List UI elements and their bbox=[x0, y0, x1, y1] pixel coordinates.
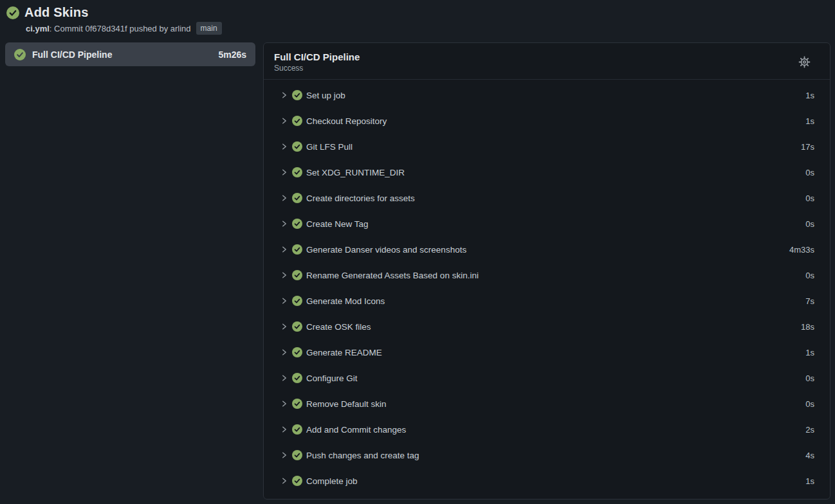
step-name: Configure Git bbox=[306, 374, 358, 383]
step-duration: 0s bbox=[805, 168, 814, 177]
step-name: Create New Tag bbox=[306, 219, 369, 229]
commit-label: : Commit bbox=[50, 24, 86, 33]
step-row[interactable]: Generate README 1s bbox=[264, 339, 830, 365]
chevron-right-icon[interactable] bbox=[279, 90, 289, 100]
step-success-icon bbox=[292, 296, 302, 306]
job-name: Full CI/CD Pipeline bbox=[32, 50, 112, 60]
step-duration: 4m33s bbox=[789, 245, 814, 255]
step-row[interactable]: Create directories for assets 0s bbox=[264, 185, 830, 211]
step-success-icon bbox=[292, 476, 302, 486]
step-row[interactable]: Remove Default skin 0s bbox=[264, 391, 830, 417]
settings-gear-icon[interactable] bbox=[798, 55, 811, 68]
step-duration: 7s bbox=[805, 296, 814, 306]
step-name: Create directories for assets bbox=[306, 194, 415, 203]
chevron-right-icon[interactable] bbox=[279, 399, 289, 409]
step-row[interactable]: Create New Tag 0s bbox=[264, 211, 830, 237]
step-name: Checkout Repository bbox=[306, 116, 387, 126]
step-row[interactable]: Generate Mod Icons 7s bbox=[264, 288, 830, 314]
page-title: Add Skins bbox=[24, 5, 89, 20]
pushed-by: pushed by arlind bbox=[127, 24, 191, 33]
step-name: Complete job bbox=[306, 476, 358, 486]
step-duration: 17s bbox=[801, 142, 814, 152]
step-success-icon bbox=[292, 244, 302, 255]
step-name: Rename Generated Assets Based on skin.in… bbox=[306, 271, 479, 280]
sidebar-job-item[interactable]: Full CI/CD Pipeline 5m26s bbox=[5, 42, 255, 66]
step-success-icon bbox=[292, 450, 302, 460]
job-success-icon bbox=[14, 49, 26, 60]
chevron-right-icon[interactable] bbox=[279, 373, 289, 383]
run-status-check-icon bbox=[6, 6, 19, 19]
step-row[interactable]: Set XDG_RUNTIME_DIR 0s bbox=[264, 159, 830, 185]
step-duration: 18s bbox=[801, 322, 814, 332]
job-title: Full CI/CD Pipeline bbox=[274, 51, 360, 62]
step-success-icon bbox=[292, 116, 302, 126]
job-sidebar: Full CI/CD Pipeline 5m26s bbox=[5, 42, 255, 66]
step-row[interactable]: Add and Commit changes 2s bbox=[264, 417, 830, 442]
step-duration: 0s bbox=[805, 399, 814, 409]
step-name: Remove Default skin bbox=[306, 399, 387, 409]
step-duration: 0s bbox=[805, 271, 814, 280]
step-success-icon bbox=[292, 219, 302, 229]
step-row[interactable]: Push changes and create tag 4s bbox=[264, 442, 830, 468]
chevron-right-icon[interactable] bbox=[279, 450, 289, 460]
job-detail-panel: Full CI/CD Pipeline Success bbox=[263, 42, 830, 500]
step-success-icon bbox=[292, 167, 302, 177]
chevron-right-icon[interactable] bbox=[279, 476, 289, 486]
step-name: Push changes and create tag bbox=[306, 451, 419, 460]
commit-sha-link[interactable]: 0f678d341f bbox=[85, 24, 127, 33]
chevron-right-icon[interactable] bbox=[279, 167, 289, 177]
step-row[interactable]: Create OSK files 18s bbox=[264, 314, 830, 339]
job-detail-header: Full CI/CD Pipeline Success bbox=[264, 43, 830, 80]
step-success-icon bbox=[292, 399, 302, 409]
chevron-right-icon[interactable] bbox=[279, 244, 289, 255]
step-duration: 1s bbox=[805, 476, 814, 486]
step-success-icon bbox=[292, 347, 302, 357]
step-success-icon bbox=[292, 90, 302, 100]
branch-badge[interactable]: main bbox=[196, 22, 222, 35]
step-name: Set up job bbox=[306, 91, 345, 100]
step-row[interactable]: Generate Danser videos and screenshots 4… bbox=[264, 237, 830, 262]
chevron-right-icon[interactable] bbox=[279, 116, 289, 126]
step-row[interactable]: Git LFS Pull 17s bbox=[264, 134, 830, 159]
step-duration: 0s bbox=[805, 219, 814, 229]
step-list: Set up job 1s Checkout Repository 1s Git… bbox=[264, 80, 830, 499]
step-name: Git LFS Pull bbox=[306, 142, 353, 152]
step-name: Generate Mod Icons bbox=[306, 296, 385, 306]
actions-run-page: Add Skins ci.yml: Commit 0f678d341f push… bbox=[0, 0, 835, 500]
step-row[interactable]: Set up job 1s bbox=[264, 82, 830, 108]
step-row[interactable]: Complete job 1s bbox=[264, 468, 830, 494]
chevron-right-icon[interactable] bbox=[279, 296, 289, 306]
step-name: Add and Commit changes bbox=[306, 425, 406, 435]
chevron-right-icon[interactable] bbox=[279, 219, 289, 229]
workflow-file: ci.yml bbox=[26, 24, 50, 33]
step-name: Set XDG_RUNTIME_DIR bbox=[306, 168, 405, 177]
step-duration: 1s bbox=[805, 91, 814, 100]
chevron-right-icon[interactable] bbox=[279, 193, 289, 203]
step-name: Generate README bbox=[306, 348, 382, 357]
job-status-text: Success bbox=[274, 64, 360, 73]
step-duration: 1s bbox=[805, 116, 814, 126]
step-success-icon bbox=[292, 424, 302, 435]
step-duration: 1s bbox=[805, 348, 814, 357]
step-row[interactable]: Checkout Repository 1s bbox=[264, 108, 830, 134]
step-duration: 2s bbox=[805, 425, 814, 435]
run-header: Add Skins ci.yml: Commit 0f678d341f push… bbox=[5, 5, 830, 35]
chevron-right-icon[interactable] bbox=[279, 141, 289, 152]
step-row[interactable]: Rename Generated Assets Based on skin.in… bbox=[264, 262, 830, 288]
chevron-right-icon[interactable] bbox=[279, 270, 289, 280]
step-success-icon bbox=[292, 373, 302, 383]
step-name: Generate Danser videos and screenshots bbox=[306, 245, 466, 255]
step-success-icon bbox=[292, 270, 302, 280]
step-success-icon bbox=[292, 321, 302, 332]
chevron-right-icon[interactable] bbox=[279, 321, 289, 332]
step-row[interactable]: Configure Git 0s bbox=[264, 365, 830, 391]
step-duration: 0s bbox=[805, 374, 814, 383]
step-success-icon bbox=[292, 141, 302, 152]
step-name: Create OSK files bbox=[306, 322, 371, 332]
step-duration: 0s bbox=[805, 194, 814, 203]
chevron-right-icon[interactable] bbox=[279, 347, 289, 357]
step-success-icon bbox=[292, 193, 302, 203]
chevron-right-icon[interactable] bbox=[279, 424, 289, 435]
step-duration: 4s bbox=[805, 451, 814, 460]
job-duration: 5m26s bbox=[218, 50, 246, 60]
